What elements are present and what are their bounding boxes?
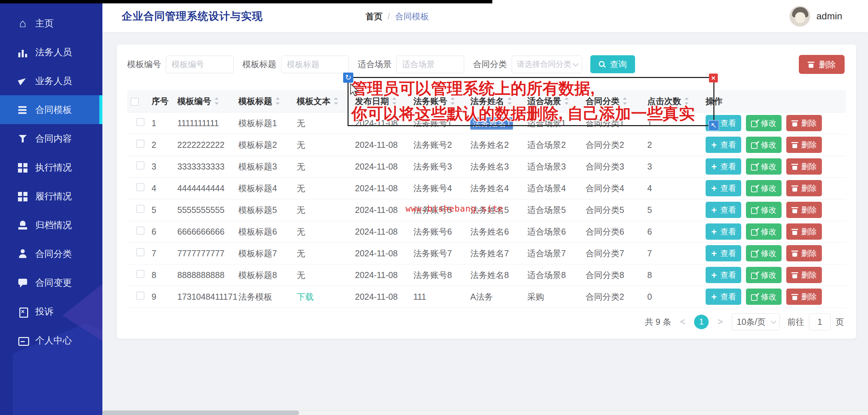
row-checkbox[interactable] <box>136 248 144 256</box>
horizontal-scrollbar[interactable] <box>102 410 868 415</box>
row-checkbox[interactable] <box>136 292 144 300</box>
view-button[interactable]: 查看 <box>706 180 741 196</box>
row-checkbox[interactable] <box>136 183 144 191</box>
trash-icon <box>791 206 798 214</box>
pagination-total: 共 9 条 <box>645 316 671 328</box>
plus-icon <box>711 163 717 170</box>
sidebar-item-legal-staff[interactable]: 法务人员 <box>0 38 102 66</box>
cell-text: 3333333333 <box>177 162 224 171</box>
filter-input-template-title[interactable] <box>281 56 349 73</box>
delete-button[interactable]: 删除 <box>786 267 822 283</box>
breadcrumb: 首页 / 合同模板 <box>366 11 429 22</box>
list-icon <box>18 105 28 115</box>
sidebar-item-performance-status[interactable]: 履行情况 <box>0 182 102 211</box>
edit-button[interactable]: 修改 <box>746 202 782 218</box>
row-checkbox-cell <box>127 242 152 264</box>
filter-input-suitable-scene[interactable] <box>396 56 464 73</box>
sidebar-item-execution-status[interactable]: 执行情况 <box>0 153 102 182</box>
row-actions: 查看修改删除 <box>706 242 846 264</box>
table-row: 22222222222模板标题2无2024-11-08法务账号2法务姓名2适合场… <box>127 134 846 156</box>
prev-page-button[interactable]: < <box>678 317 687 327</box>
sidebar-item-label: 履行情况 <box>35 190 72 202</box>
sidebar-item-contract-category[interactable]: 合同分类 <box>0 239 102 268</box>
cell-text: 合同分类7 <box>586 249 624 258</box>
row-checkbox[interactable] <box>136 161 144 170</box>
delete-button[interactable]: 删除 <box>786 289 822 305</box>
button-label: 删除 <box>801 270 817 280</box>
search-button[interactable]: 查询 <box>590 55 635 73</box>
row-actions: 查看修改删除 <box>706 156 846 177</box>
row-checkbox-cell <box>127 134 152 156</box>
delete-button[interactable]: 删除 <box>786 245 822 261</box>
filter-select-contract-category[interactable]: 请选择合同分类 <box>512 56 582 73</box>
page-size-select[interactable]: 10条/页 <box>732 313 780 330</box>
plus-icon <box>711 293 717 300</box>
edit-button[interactable]: 修改 <box>746 289 782 305</box>
sort-icon[interactable] <box>333 97 339 105</box>
column-label: 模板编号 <box>177 96 211 106</box>
delete-button[interactable]: 删除 <box>786 137 822 153</box>
sidebar-item-archive-status[interactable]: 归档情况 <box>0 211 102 239</box>
button-label: 修改 <box>761 292 776 302</box>
filter-template-code: 模板编号 <box>127 56 234 73</box>
edit-button[interactable]: 修改 <box>746 180 782 196</box>
avatar[interactable] <box>789 6 810 27</box>
view-button[interactable]: 查看 <box>706 202 741 218</box>
delete-button[interactable]: 删除 <box>786 158 822 175</box>
delete-button[interactable]: 删除 <box>786 180 822 196</box>
download-link[interactable]: 下载 <box>297 292 314 301</box>
view-button[interactable]: 查看 <box>706 289 741 305</box>
edit-button[interactable]: 修改 <box>746 223 782 240</box>
cell-text: 7 <box>152 249 156 258</box>
view-button[interactable]: 查看 <box>706 158 741 175</box>
delete-button[interactable]: 删除 <box>786 202 822 218</box>
sidebar-item-contract-content[interactable]: 合同内容 <box>0 124 102 153</box>
edit-button[interactable]: 修改 <box>746 137 782 153</box>
view-button[interactable]: 查看 <box>706 137 741 153</box>
page-title: 企业合同管理系统设计与实现 <box>122 9 263 23</box>
select-all-checkbox[interactable] <box>131 98 139 106</box>
button-label: 删除 <box>801 183 817 194</box>
goto-group: 前往 页 <box>787 313 844 330</box>
scrollbar-thumb[interactable] <box>102 411 299 415</box>
edit-button[interactable]: 修改 <box>746 115 782 131</box>
sort-icon[interactable] <box>275 97 280 105</box>
annotation-close-icon[interactable] <box>709 74 718 82</box>
view-button[interactable]: 查看 <box>706 245 741 261</box>
sidebar-item-contract-template[interactable]: 合同模板 <box>0 95 102 124</box>
view-button[interactable]: 查看 <box>706 267 741 283</box>
batch-delete-button[interactable]: 删除 <box>799 55 845 74</box>
row-actions-group: 查看修改删除 <box>706 223 845 240</box>
row-checkbox[interactable] <box>136 205 144 213</box>
goto-page-input[interactable] <box>809 313 831 330</box>
table-row: 44444444444模板标题4无2024-11-08法务账号4法务姓名4适合场… <box>127 177 846 199</box>
row-checkbox[interactable] <box>136 140 144 148</box>
cell-text: 3 <box>152 162 156 171</box>
filter-input-template-code[interactable] <box>166 56 234 73</box>
row-checkbox[interactable] <box>136 270 144 278</box>
delete-button[interactable]: 删除 <box>786 115 822 131</box>
sidebar-item-home[interactable]: 主页 <box>0 9 102 38</box>
sidebar-menu: 主页法务人员业务人员合同模板合同内容执行情况履行情况归档情况合同分类合同变更投诉… <box>0 0 102 355</box>
sort-icon[interactable] <box>214 97 219 105</box>
row-checkbox[interactable] <box>136 226 144 235</box>
filter-fields: 模板编号模板标题适合场景合同分类请选择合同分类 <box>127 56 582 73</box>
page-number-active[interactable]: 1 <box>694 315 709 329</box>
breadcrumb-home[interactable]: 首页 <box>366 11 382 22</box>
edit-button[interactable]: 修改 <box>746 158 782 175</box>
user-box[interactable]: admin <box>789 6 842 27</box>
next-page-button[interactable]: > <box>716 317 724 327</box>
sidebar-item-contract-change[interactable]: 合同变更 <box>0 268 102 297</box>
sidebar-item-complaint[interactable]: 投诉 <box>0 297 102 326</box>
row-checkbox[interactable] <box>136 118 144 126</box>
sidebar-item-business-staff[interactable]: 业务人员 <box>0 66 102 95</box>
view-button[interactable]: 查看 <box>706 223 741 240</box>
edit-button[interactable]: 修改 <box>746 267 782 283</box>
row-checkbox-cell <box>127 199 152 221</box>
delete-button[interactable]: 删除 <box>786 223 822 240</box>
plus-icon <box>711 228 717 235</box>
cell-text: 2024-11-08 <box>355 270 398 280</box>
edit-button[interactable]: 修改 <box>746 245 782 261</box>
sidebar-item-personal-center[interactable]: 个人中心 <box>0 326 102 355</box>
annotation-resize-handle-icon[interactable] <box>708 120 719 131</box>
